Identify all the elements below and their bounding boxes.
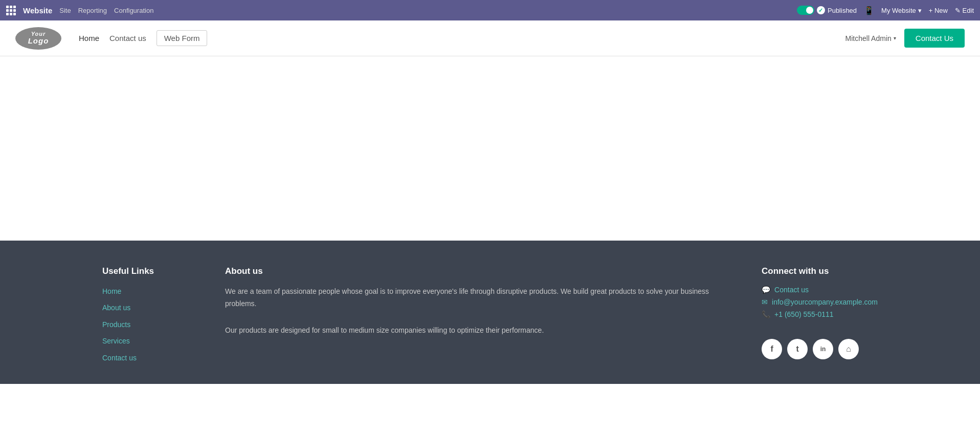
twitter-icon: t <box>796 344 798 354</box>
footer-useful-links: Useful Links Home About us Products Serv… <box>102 266 194 363</box>
connect-phone[interactable]: 📞 +1 (650) 555-0111 <box>762 310 878 318</box>
admin-bar-right: ✓ Published 📱 My Website ▾ + New ✎ Edit <box>797 6 974 15</box>
published-toggle[interactable] <box>797 6 814 15</box>
footer-link-home[interactable]: Home <box>102 286 194 297</box>
about-paragraph-2: Our products are designed for small to m… <box>225 325 731 337</box>
footer-about: About us We are a team of passionate peo… <box>225 266 731 363</box>
connect-links: 💬 Contact us ✉ info@yourcompany.example.… <box>762 286 878 318</box>
new-button[interactable]: + New <box>929 7 948 14</box>
phone-icon: 📞 <box>762 310 770 318</box>
footer-connect: Connect with us 💬 Contact us ✉ info@your… <box>762 266 878 363</box>
contact-us-button[interactable]: Contact Us <box>904 29 965 48</box>
admin-bar: Website Site Reporting Configuration ✓ P… <box>0 0 980 20</box>
published-badge[interactable]: ✓ Published <box>797 6 857 15</box>
useful-links-heading: Useful Links <box>102 266 194 276</box>
social-twitter[interactable]: t <box>787 339 808 359</box>
chat-icon: 💬 <box>762 286 770 294</box>
footer: Useful Links Home About us Products Serv… <box>0 241 980 384</box>
admin-bar-left: Website Site Reporting Configuration <box>6 6 153 15</box>
admin-app-title: Website <box>23 6 52 15</box>
site-nav: Your Logo Home Contact us Web Form Mitch… <box>0 20 980 56</box>
social-linkedin[interactable]: in <box>813 339 833 359</box>
mobile-icon: 📱 <box>864 6 874 15</box>
nav-web-form[interactable]: Web Form <box>157 30 208 46</box>
logo: Your Logo <box>15 27 61 50</box>
admin-nav-configuration[interactable]: Configuration <box>114 7 153 14</box>
admin-nav-reporting[interactable]: Reporting <box>78 7 107 14</box>
footer-link-about[interactable]: About us <box>102 302 194 313</box>
about-paragraph-1: We are a team of passionate people whose… <box>225 286 731 310</box>
connect-email[interactable]: ✉ info@yourcompany.example.com <box>762 298 878 306</box>
social-home[interactable]: ⌂ <box>838 339 859 359</box>
footer-link-products[interactable]: Products <box>102 319 194 330</box>
email-icon: ✉ <box>762 298 768 306</box>
footer-link-contact[interactable]: Contact us <box>102 352 194 363</box>
my-website-button[interactable]: My Website ▾ <box>881 7 922 14</box>
my-website-label: My Website <box>881 7 916 14</box>
caret-icon: ▾ <box>918 7 922 14</box>
check-circle-icon: ✓ <box>817 6 825 14</box>
home-icon: ⌂ <box>846 344 851 354</box>
main-content <box>0 56 980 241</box>
social-facebook[interactable]: f <box>762 339 782 359</box>
app-grid-icon[interactable] <box>6 6 16 15</box>
about-heading: About us <box>225 266 731 276</box>
user-dropdown[interactable]: Mitchell Admin ▾ <box>845 34 896 42</box>
nav-links: Home Contact us Web Form <box>79 30 207 46</box>
connect-heading: Connect with us <box>762 266 878 276</box>
logo-logo-text: Logo <box>28 37 49 46</box>
footer-link-services[interactable]: Services <box>102 335 194 347</box>
edit-label: ✎ Edit <box>955 7 974 14</box>
user-caret-icon: ▾ <box>894 35 896 41</box>
connect-contact-label: Contact us <box>774 286 809 294</box>
nav-home[interactable]: Home <box>79 34 99 42</box>
new-label: + New <box>929 7 948 14</box>
admin-nav-site[interactable]: Site <box>59 7 71 14</box>
connect-email-label: info@yourcompany.example.com <box>772 298 878 306</box>
published-label: Published <box>828 7 857 14</box>
facebook-icon: f <box>770 344 773 354</box>
social-icons: f t in ⌂ <box>762 339 878 359</box>
connect-phone-label: +1 (650) 555-0111 <box>774 310 834 318</box>
linkedin-icon: in <box>820 346 826 353</box>
edit-button[interactable]: ✎ Edit <box>955 7 974 14</box>
nav-contact-us[interactable]: Contact us <box>109 34 146 42</box>
logo-area: Your Logo <box>15 27 61 50</box>
connect-contact-us[interactable]: 💬 Contact us <box>762 286 878 294</box>
user-label: Mitchell Admin <box>845 34 892 42</box>
nav-right: Mitchell Admin ▾ Contact Us <box>845 29 965 48</box>
